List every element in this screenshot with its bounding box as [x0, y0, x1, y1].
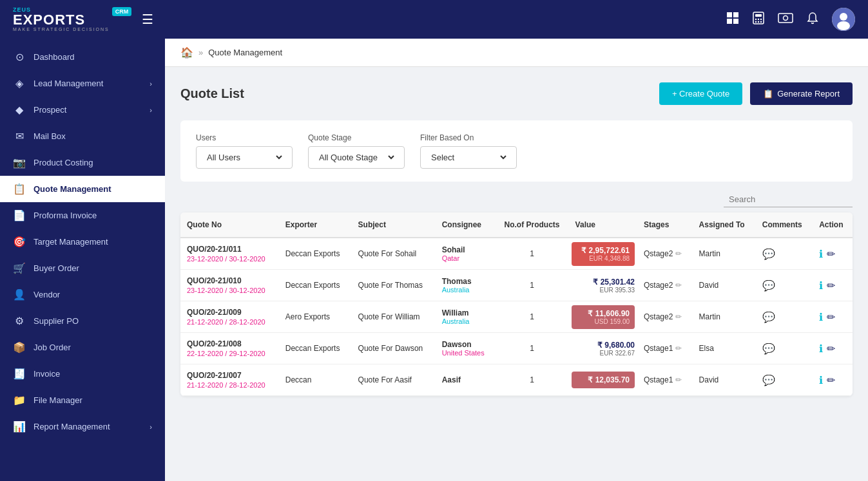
cell-assigned: Martin	[693, 238, 756, 270]
calculator-icon[interactable]	[752, 12, 765, 28]
cell-value: ₹ 11,606.90 USD 159.00	[569, 301, 637, 333]
stage-edit-icon[interactable]: ✏	[675, 375, 682, 384]
value-inr: ₹ 9,680.00	[572, 341, 635, 350]
sidebar-item-buyer-order[interactable]: 🛒 Buyer Order	[0, 255, 165, 281]
cell-value: ₹ 12,035.70	[569, 364, 637, 396]
users-select[interactable]: All Users	[196, 146, 293, 169]
col-action: Action	[813, 212, 853, 238]
sidebar-item-lead-management[interactable]: ◈ Lead Management ›	[0, 70, 165, 97]
stage-edit-icon[interactable]: ✏	[675, 312, 682, 321]
edit-icon[interactable]: ✏	[827, 248, 835, 260]
sidebar-item-supplier-po[interactable]: ⚙ Supplier PO	[0, 308, 165, 334]
filter-based-select[interactable]: Select	[420, 146, 517, 169]
cell-consignee: Thomas Australia	[436, 270, 496, 301]
cell-action: ℹ ✏	[813, 270, 853, 301]
info-icon[interactable]: ℹ	[819, 248, 823, 260]
filter-based-select-input[interactable]: Select	[429, 152, 508, 163]
value-cell: ₹ 25,301.42 EUR 395.33	[572, 278, 635, 294]
cell-quote-no: QUO/20-21/007 21-12-2020 / 28-12-2020	[180, 364, 279, 396]
cell-consignee: Dawson United States	[436, 333, 496, 364]
value-inr: ₹ 25,301.42	[572, 278, 635, 287]
cell-value: ₹ 2,95,722.61 EUR 4,348.88	[569, 238, 637, 270]
dollar-icon[interactable]	[778, 12, 793, 28]
vendor-icon: 👤	[13, 288, 26, 301]
users-filter: Users All Users	[196, 133, 293, 169]
user-avatar[interactable]	[832, 8, 855, 31]
cell-products: 1	[495, 333, 568, 364]
chat-icon[interactable]: 💬	[762, 374, 775, 386]
quote-number: QUO/20-21/011	[187, 245, 273, 254]
sidebar-item-mailbox[interactable]: ✉ Mail Box	[0, 123, 165, 149]
edit-icon[interactable]: ✏	[827, 311, 835, 323]
cell-consignee: William Australia	[436, 301, 496, 333]
filter-based-on-group: Filter Based On Select	[420, 133, 517, 169]
chat-icon[interactable]: 💬	[762, 279, 775, 292]
info-icon[interactable]: ℹ	[819, 311, 823, 323]
grid-icon[interactable]	[726, 12, 739, 28]
cell-products: 1	[495, 238, 568, 270]
col-products: No.of Products	[495, 212, 568, 238]
info-icon[interactable]: ℹ	[819, 343, 823, 355]
filter-row: Users All Users Quote Stage All Quote St…	[180, 120, 853, 182]
sidebar-label: Vendor	[34, 290, 152, 299]
home-icon[interactable]: 🏠	[180, 46, 193, 59]
sidebar-item-dashboard[interactable]: ⊙ Dashboard	[0, 44, 165, 70]
comment-icons: 💬	[762, 279, 806, 292]
cell-action: ℹ ✏	[813, 364, 853, 396]
buyer-order-icon: 🛒	[13, 262, 26, 274]
sidebar-item-prospect[interactable]: ◆ Prospect ›	[0, 97, 165, 123]
sidebar-item-job-order[interactable]: 📦 Job Order	[0, 334, 165, 361]
topnav-left: ZEUS EXPORTS MAKE STRATEGIC DECISIONS CR…	[13, 7, 153, 32]
cell-exporter: Aero Exports	[279, 301, 352, 333]
sidebar-item-vendor[interactable]: 👤 Vendor	[0, 281, 165, 308]
search-wrap	[724, 192, 853, 207]
sidebar-item-file-manager[interactable]: 📁 File Manager	[0, 387, 165, 413]
edit-icon[interactable]: ✏	[827, 279, 835, 292]
stage-select-input[interactable]: All Quote Stage	[316, 152, 396, 163]
stage-edit-icon[interactable]: ✏	[675, 281, 682, 290]
cell-consignee: Sohail Qatar	[436, 238, 496, 270]
svg-point-11	[760, 21, 762, 22]
action-icons: ℹ ✏	[819, 374, 846, 386]
table-row: QUO/20-21/011 23-12-2020 / 30-12-2020 De…	[180, 238, 853, 270]
generate-report-button[interactable]: 📋 Generate Report	[750, 82, 853, 105]
sidebar-label: Prospect	[34, 105, 142, 115]
users-filter-label: Users	[196, 133, 293, 142]
sidebar-item-product-costing[interactable]: 📷 Product Costing	[0, 149, 165, 176]
sidebar-label: Supplier PO	[34, 316, 152, 326]
info-icon[interactable]: ℹ	[819, 374, 823, 386]
chat-icon[interactable]: 💬	[762, 311, 775, 323]
chat-icon[interactable]: 💬	[762, 248, 775, 260]
stage-text: Qstage1	[644, 344, 673, 353]
cell-comments: 💬	[756, 238, 813, 270]
col-quote-no: Quote No	[180, 212, 279, 238]
stage-cell: Qstage1 ✏	[644, 375, 686, 384]
report-icon: 📋	[763, 89, 773, 99]
bell-icon[interactable]	[806, 12, 819, 28]
edit-icon[interactable]: ✏	[827, 374, 835, 386]
stage-select[interactable]: All Quote Stage	[308, 146, 405, 169]
sidebar-item-invoice[interactable]: 🧾 Invoice	[0, 361, 165, 387]
logo-area: ZEUS EXPORTS MAKE STRATEGIC DECISIONS CR…	[13, 7, 131, 32]
chat-icon[interactable]: 💬	[762, 343, 775, 355]
cell-subject: Quote For William	[352, 301, 436, 333]
report-management-icon: 📊	[13, 420, 26, 433]
sidebar-item-target-management[interactable]: 🎯 Target Management	[0, 229, 165, 255]
sidebar-item-proforma-invoice[interactable]: 📄 Proforma Invoice	[0, 202, 165, 229]
cell-stage: Qstage2 ✏	[637, 270, 693, 301]
svg-rect-3	[733, 19, 738, 24]
action-icons: ℹ ✏	[819, 311, 846, 323]
stage-edit-icon[interactable]: ✏	[675, 249, 682, 258]
sidebar-item-quote-management[interactable]: 📋 Quote Management	[0, 176, 165, 202]
stage-edit-icon[interactable]: ✏	[675, 344, 682, 353]
info-icon[interactable]: ℹ	[819, 279, 823, 292]
hamburger-menu[interactable]: ☰	[142, 12, 153, 27]
quote-management-icon: 📋	[13, 183, 26, 195]
users-select-input[interactable]: All Users	[204, 152, 284, 163]
svg-rect-5	[755, 14, 762, 17]
create-quote-button[interactable]: + Create Quote	[659, 82, 742, 105]
sidebar-item-report-management[interactable]: 📊 Report Management ›	[0, 413, 165, 440]
consignee-country: Australia	[442, 317, 489, 325]
search-input[interactable]	[724, 192, 853, 207]
edit-icon[interactable]: ✏	[827, 343, 835, 355]
